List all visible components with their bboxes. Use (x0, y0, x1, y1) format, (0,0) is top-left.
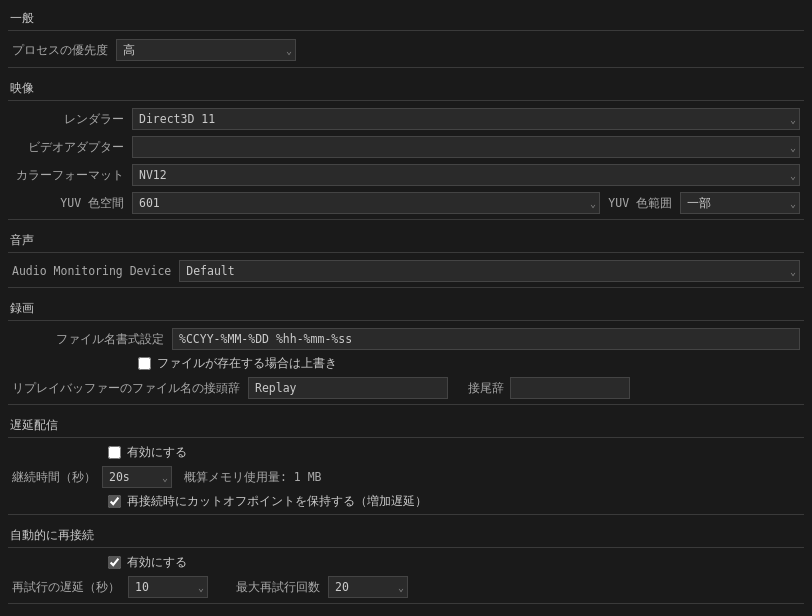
color-format-select-wrapper: NV12 I420 I444 RGB (132, 164, 800, 186)
retry-delay-label: 再試行の遅延（秒） (12, 580, 120, 595)
delay-duration-spinbox-wrapper (102, 466, 172, 488)
yuv-row: YUV 色空間 601 709 YUV 色範囲 一部 全て (8, 189, 804, 217)
color-format-row: カラーフォーマット NV12 I420 I444 RGB (8, 161, 804, 189)
replay-row: リプレイバッファーのファイル名の接頭辞 接尾辞 (8, 374, 804, 402)
delay-enable-checkbox[interactable] (108, 446, 121, 459)
overwrite-row: ファイルが存在する場合は上書き (8, 353, 804, 374)
color-format-label: カラーフォーマット (12, 168, 132, 183)
retry-delay-input[interactable] (128, 576, 208, 598)
section-auto-reconnect: 自動的に再接続 (8, 523, 804, 548)
renderer-row: レンダラー Direct3D 11 OpenGL (8, 105, 804, 133)
replay-suffix-label: 接尾辞 (468, 381, 504, 396)
process-priority-select-wrapper: 高 通常 低 (116, 39, 296, 61)
yuv-range-label: YUV 色範囲 (600, 196, 680, 211)
video-adapter-label: ビデオアダプター (12, 140, 132, 155)
replay-prefix-input[interactable] (248, 377, 448, 399)
reconnect-enable-row: 有効にする (8, 552, 804, 573)
video-adapter-select[interactable] (132, 136, 800, 158)
filename-format-row: ファイル名書式設定 (8, 325, 804, 353)
yuv-space-select-wrapper: 601 709 (132, 192, 600, 214)
yuv-range-select-wrapper: 一部 全て (680, 192, 800, 214)
audio-monitoring-select[interactable]: Default (179, 260, 800, 282)
section-video: 映像 (8, 76, 804, 101)
section-audio: 音声 (8, 228, 804, 253)
retry-delay-spinbox-wrapper (128, 576, 208, 598)
renderer-select[interactable]: Direct3D 11 OpenGL (132, 108, 800, 130)
renderer-label: レンダラー (12, 112, 132, 127)
delay-preserve-checkbox[interactable] (108, 495, 121, 508)
section-recording: 録画 (8, 296, 804, 321)
yuv-range-select[interactable]: 一部 全て (680, 192, 800, 214)
video-adapter-row: ビデオアダプター (8, 133, 804, 161)
max-retries-spinbox-wrapper (328, 576, 408, 598)
overwrite-checkbox[interactable] (138, 357, 151, 370)
process-priority-row: プロセスの優先度 高 通常 低 (8, 35, 804, 65)
delay-mem-label: 概算メモリ使用量: 1 MB (184, 470, 322, 485)
color-format-select[interactable]: NV12 I420 I444 RGB (132, 164, 800, 186)
audio-monitoring-row: Audio Monitoring Device Default (8, 257, 804, 285)
replay-suffix-input[interactable] (510, 377, 630, 399)
delay-enable-label: 有効にする (127, 445, 187, 460)
retry-delay-row: 再試行の遅延（秒） 最大再試行回数 (8, 573, 804, 601)
max-retries-label: 最大再試行回数 (236, 580, 320, 595)
filename-format-input[interactable] (172, 328, 800, 350)
yuv-space-select[interactable]: 601 709 (132, 192, 600, 214)
max-retries-input[interactable] (328, 576, 408, 598)
delay-enable-row: 有効にする (8, 442, 804, 463)
delay-duration-input[interactable] (102, 466, 172, 488)
audio-monitoring-select-wrapper: Default (179, 260, 800, 282)
section-delay: 遅延配信 (8, 413, 804, 438)
delay-preserve-row: 再接続時にカットオフポイントを保持する（増加遅延） (8, 491, 804, 512)
renderer-select-wrapper: Direct3D 11 OpenGL (132, 108, 800, 130)
delay-duration-row: 継続時間（秒） 概算メモリ使用量: 1 MB (8, 463, 804, 491)
reconnect-enable-label: 有効にする (127, 555, 187, 570)
video-adapter-select-wrapper (132, 136, 800, 158)
section-general: 一般 (8, 6, 804, 31)
audio-monitoring-label: Audio Monitoring Device (12, 264, 179, 278)
section-network: ネットワーク (8, 612, 804, 616)
process-priority-label: プロセスの優先度 (12, 43, 116, 58)
delay-duration-label: 継続時間（秒） (12, 470, 96, 485)
overwrite-label: ファイルが存在する場合は上書き (157, 356, 337, 371)
yuv-space-label: YUV 色空間 (12, 196, 132, 211)
replay-prefix-label: リプレイバッファーのファイル名の接頭辞 (12, 381, 248, 396)
reconnect-enable-checkbox[interactable] (108, 556, 121, 569)
process-priority-select[interactable]: 高 通常 低 (116, 39, 296, 61)
filename-format-label: ファイル名書式設定 (12, 332, 172, 347)
delay-preserve-label: 再接続時にカットオフポイントを保持する（増加遅延） (127, 494, 427, 509)
